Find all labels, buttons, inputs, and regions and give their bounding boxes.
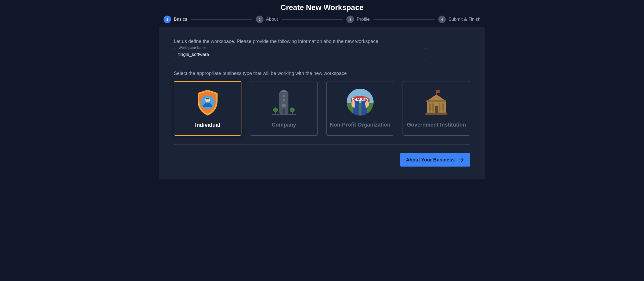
individual-shield-icon bbox=[193, 88, 222, 117]
step-number-2: 2 bbox=[256, 16, 263, 23]
svg-rect-27 bbox=[442, 103, 444, 111]
svg-point-6 bbox=[283, 99, 285, 102]
svg-rect-12 bbox=[292, 111, 293, 114]
card-company[interactable]: Company bbox=[250, 81, 318, 136]
business-type-cards: Individual Company bbox=[174, 81, 470, 136]
card-government[interactable]: Government Institution bbox=[403, 81, 470, 136]
company-building-icon bbox=[269, 87, 299, 117]
intro-text: Let us define the workspace. Please prov… bbox=[174, 39, 470, 44]
step-label-about: About bbox=[266, 17, 278, 22]
card-title-government: Government Institution bbox=[407, 122, 466, 128]
page-title: Create New Workspace bbox=[0, 3, 644, 12]
svg-rect-2 bbox=[206, 98, 209, 99]
svg-rect-10 bbox=[275, 111, 276, 114]
workspace-name-input[interactable] bbox=[174, 48, 426, 61]
svg-rect-26 bbox=[439, 103, 440, 111]
step-connector bbox=[374, 19, 435, 20]
card-title-nonprofit: Non-Profit Organization bbox=[330, 122, 390, 128]
government-building-icon bbox=[422, 87, 451, 117]
step-profile[interactable]: 3 Profile bbox=[346, 16, 370, 23]
workspace-name-label: Workspace Name bbox=[177, 46, 208, 50]
arrow-right-icon bbox=[458, 157, 464, 163]
next-button[interactable]: About Your Business bbox=[400, 153, 470, 167]
svg-rect-23 bbox=[437, 90, 440, 93]
next-button-label: About Your Business bbox=[406, 157, 455, 163]
svg-rect-15 bbox=[345, 103, 375, 117]
svg-text:CHARITY: CHARITY bbox=[352, 97, 369, 102]
step-connector bbox=[191, 19, 252, 20]
step-number-4: 4 bbox=[438, 16, 446, 23]
actions-row: About Your Business bbox=[174, 153, 470, 167]
card-title-individual: Individual bbox=[195, 122, 220, 128]
svg-rect-21 bbox=[426, 100, 446, 102]
card-individual[interactable]: Individual bbox=[174, 81, 241, 136]
form-panel: Let us define the workspace. Please prov… bbox=[159, 27, 485, 179]
step-number-3: 3 bbox=[346, 16, 354, 23]
step-number-1: 1 bbox=[164, 16, 171, 23]
workspace-name-field-wrap: Workspace Name bbox=[174, 48, 426, 61]
step-about[interactable]: 2 About bbox=[256, 16, 278, 23]
step-label-basics: Basics bbox=[174, 17, 187, 22]
step-submit[interactable]: 4 Submit & Finish bbox=[438, 16, 480, 23]
step-connector bbox=[282, 19, 343, 20]
svg-rect-22 bbox=[436, 90, 437, 95]
step-label-submit: Submit & Finish bbox=[448, 17, 480, 22]
svg-rect-19 bbox=[425, 113, 447, 115]
business-type-prompt: Select the appropriate business type tha… bbox=[174, 71, 470, 76]
stepper: 1 Basics 2 About 3 Profile 4 Submit & Fi… bbox=[161, 16, 483, 23]
svg-rect-7 bbox=[282, 104, 286, 107]
svg-rect-8 bbox=[283, 109, 285, 114]
divider bbox=[174, 144, 470, 145]
nonprofit-charity-icon: CHARITY bbox=[345, 87, 375, 117]
svg-rect-25 bbox=[432, 103, 434, 111]
svg-rect-24 bbox=[429, 103, 431, 111]
svg-rect-28 bbox=[435, 106, 438, 113]
card-title-company: Company bbox=[272, 122, 296, 128]
svg-point-5 bbox=[283, 95, 285, 97]
step-basics[interactable]: 1 Basics bbox=[164, 16, 187, 23]
step-label-profile: Profile bbox=[357, 17, 370, 22]
card-nonprofit[interactable]: CHARITY Non-Profit Organization bbox=[326, 81, 394, 136]
